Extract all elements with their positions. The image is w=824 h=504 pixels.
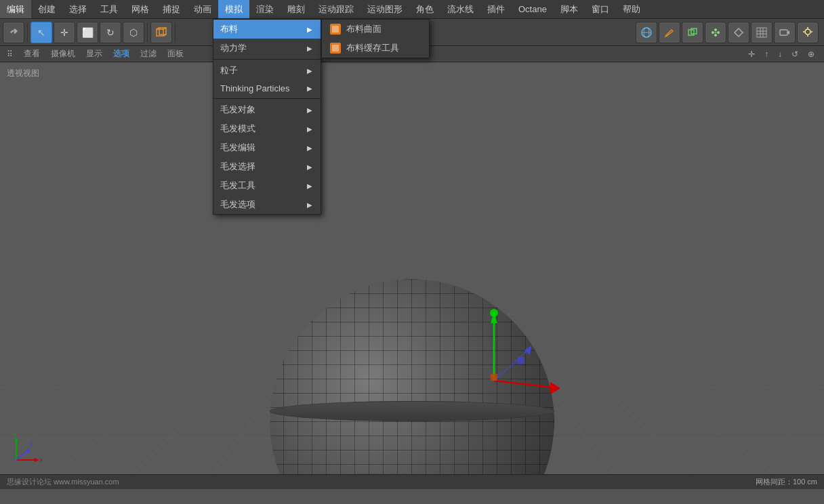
toolbar-btn-obj_tool[interactable]: ⬡ — [123, 22, 144, 43]
dropdown-item-hair_select[interactable]: 毛发选择▶ — [213, 157, 321, 176]
toolbar-right — [636, 22, 819, 43]
dropdown-item-hair_object[interactable]: 毛发对象▶ — [213, 100, 321, 119]
nav-btn-1[interactable]: ↑ — [760, 47, 773, 62]
nav-btn-3[interactable]: ↺ — [787, 47, 802, 62]
menu-item-spline[interactable]: 流水线 — [440, 0, 480, 18]
menu-item-tools[interactable]: 工具 — [94, 0, 125, 18]
svg-rect-34 — [518, 357, 524, 364]
dropdown-item-thinking_particles[interactable]: Thinking Particles▶ — [213, 80, 321, 97]
toolbar-btn-obj3d[interactable] — [682, 22, 703, 43]
toolbar2-item-camera[interactable]: 摄像机 — [47, 47, 79, 62]
nav-cluster: ✛↑↓↺⊕ — [744, 47, 819, 62]
statusbar: 思缘设计论坛 www.missyuan.com 网格间距：100 cm — [0, 474, 824, 489]
submenu-label-cloth_surface: 布料曲面 — [346, 23, 382, 35]
menu-item-window[interactable]: 窗口 — [585, 0, 616, 18]
toolbar-separator — [147, 23, 148, 42]
menu-item-edit[interactable]: 编辑 — [0, 0, 31, 18]
svg-point-32 — [490, 309, 498, 317]
dropdown-item-cloth[interactable]: 布料▶ — [213, 20, 321, 39]
svg-rect-15 — [757, 28, 766, 37]
toolbar-btn-light_btn[interactable] — [797, 22, 819, 43]
menu-item-character[interactable]: 角色 — [409, 0, 440, 18]
svg-line-30 — [494, 350, 528, 381]
hemisphere-base — [270, 401, 554, 421]
menubar: 编辑创建选择工具网格捕捉动画模拟渲染雕刻运动跟踪运动图形角色流水线插件Octan… — [0, 0, 824, 19]
svg-point-14 — [715, 32, 716, 33]
submenu-item-cloth_cache[interactable]: 布料缓存工具 — [322, 39, 429, 58]
submenu-icon-cloth_cache — [330, 43, 341, 54]
dropdown-item-hair_mode[interactable]: 毛发模式▶ — [213, 119, 321, 138]
toolbar-separator — [175, 23, 176, 42]
svg-point-10 — [712, 31, 714, 34]
menu-item-octane[interactable]: Octane — [512, 0, 554, 18]
nav-btn-4[interactable]: ⊕ — [804, 47, 819, 62]
toolbar-btn-undo[interactable] — [3, 22, 24, 43]
nav-btn-0[interactable]: ✛ — [744, 47, 759, 62]
submenu-label-cloth_cache: 布料缓存工具 — [346, 42, 399, 54]
viewport: 透视视图 Y X — [0, 62, 824, 489]
svg-marker-31 — [524, 345, 531, 355]
toolbar2-item-panel[interactable]: 面板 — [163, 47, 188, 62]
dropdown-separator — [213, 98, 321, 99]
menu-item-help[interactable]: 帮助 — [616, 0, 647, 18]
menu-item-motiongraph[interactable]: 运动图形 — [360, 0, 409, 18]
svg-marker-39 — [35, 458, 39, 462]
svg-rect-33 — [491, 374, 497, 381]
toolbar-btn-pen[interactable] — [659, 22, 680, 43]
status-right: 网格间距：100 cm — [756, 477, 817, 487]
dropdown-item-particles[interactable]: 粒子▶ — [213, 61, 321, 80]
cloth-submenu: 布料曲面布料缓存工具 — [321, 19, 430, 58]
toolbar-btn-cube[interactable] — [150, 22, 172, 43]
svg-rect-44 — [332, 26, 339, 33]
toolbar-btn-camera2[interactable] — [774, 22, 796, 43]
toolbar2-item-filter[interactable]: 过滤 — [136, 47, 161, 62]
toolbar-btn-shape[interactable] — [728, 22, 749, 43]
menu-item-render[interactable]: 渲染 — [249, 0, 281, 18]
svg-text:Y: Y — [13, 433, 17, 438]
menu-item-mesh[interactable]: 网格 — [125, 0, 156, 18]
menu-item-animate[interactable]: 动画 — [187, 0, 218, 18]
menu-item-script[interactable]: 脚本 — [554, 0, 585, 18]
nav-btn-2[interactable]: ↓ — [774, 47, 786, 62]
toolbar2-item-look[interactable]: 查看 — [20, 47, 44, 62]
svg-marker-42 — [26, 448, 30, 454]
submenu-item-cloth_surface[interactable]: 布料曲面 — [322, 20, 429, 39]
dropdown-item-hair_options[interactable]: 毛发选项▶ — [213, 195, 321, 214]
toolbar-btn-grid2[interactable] — [751, 22, 773, 43]
menu-item-capture[interactable]: 捕捉 — [156, 0, 187, 18]
svg-line-28 — [494, 381, 555, 387]
transform-axes — [453, 299, 555, 401]
corner-axes-svg: Y X Z — [9, 433, 43, 467]
menu-item-select[interactable]: 选择 — [62, 0, 94, 18]
svg-rect-20 — [780, 30, 787, 35]
toolbar-btn-rotate_tool[interactable]: ↻ — [100, 22, 121, 43]
svg-text:X: X — [39, 457, 43, 463]
toolbar2-item-display[interactable]: 显示 — [82, 47, 106, 62]
toolbar-btn-particles2[interactable] — [705, 22, 726, 43]
dropdown-separator — [213, 59, 321, 60]
status-left: 思缘设计论坛 www.missyuan.com — [7, 477, 119, 487]
toolbar-separator — [27, 23, 28, 42]
menu-item-create[interactable]: 创建 — [31, 0, 62, 18]
simulate-dropdown: 布料▶动力学▶粒子▶Thinking Particles▶毛发对象▶毛发模式▶毛… — [213, 19, 321, 215]
menu-item-motiontrack[interactable]: 运动跟踪 — [312, 0, 360, 18]
svg-text:Z: Z — [30, 442, 33, 448]
dropdown-item-dynamics[interactable]: 动力学▶ — [213, 39, 321, 58]
toolbar2-dots: ⠿ — [3, 47, 17, 62]
svg-point-21 — [805, 29, 810, 35]
dropdown-item-hair_tools[interactable]: 毛发工具▶ — [213, 176, 321, 195]
submenu-icon-cloth_surface — [330, 24, 341, 35]
corner-axes: Y X Z — [9, 433, 43, 469]
dropdown-item-hair_edit[interactable]: 毛发编辑▶ — [213, 138, 321, 157]
menu-item-sculpt[interactable]: 雕刻 — [281, 0, 312, 18]
menu-item-simulate[interactable]: 模拟 — [218, 0, 249, 18]
toolbar-btn-sphere[interactable] — [636, 22, 657, 43]
svg-rect-45 — [332, 45, 339, 51]
toolbar2-item-options[interactable]: 选项 — [109, 47, 133, 62]
toolbar-btn-select[interactable]: ↖ — [30, 22, 52, 43]
toolbar-btn-scale_tool[interactable]: ⬜ — [77, 22, 98, 43]
toolbar-btn-move_tool[interactable]: ✛ — [54, 22, 75, 43]
viewport-label: 透视视图 — [7, 68, 39, 79]
menu-item-plugin[interactable]: 插件 — [480, 0, 512, 18]
svg-point-11 — [714, 28, 717, 31]
